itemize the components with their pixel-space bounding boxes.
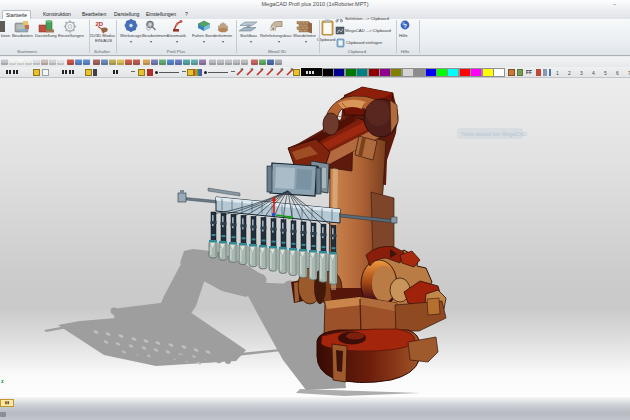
svg-text:Tools aktuell bei MegaCAD: Tools aktuell bei MegaCAD [461,131,527,137]
svg-text:z: z [1,378,4,384]
svg-text:?: ? [403,23,407,29]
svg-text:2D: 2D [96,21,104,27]
